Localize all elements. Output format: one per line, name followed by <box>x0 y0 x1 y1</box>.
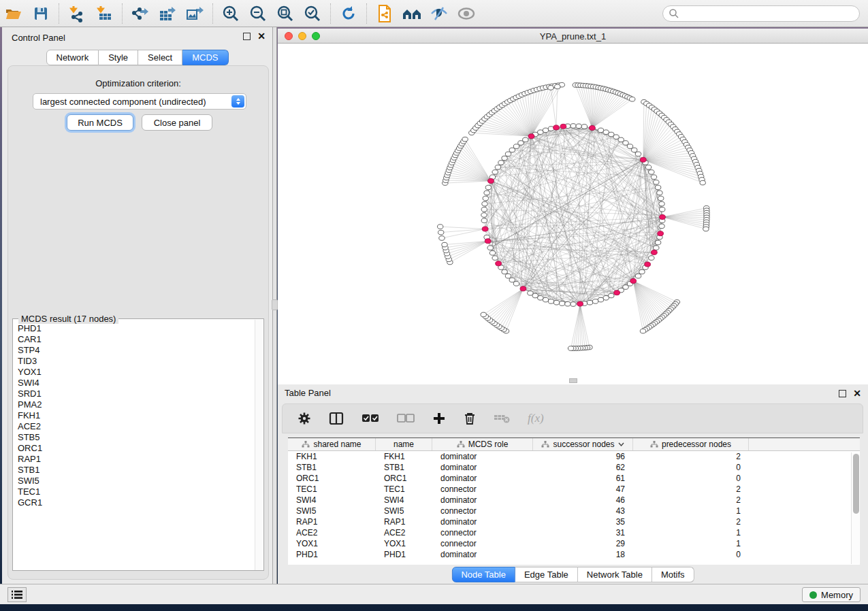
table-row[interactable]: ORC1ORC1dominator610 <box>288 473 860 484</box>
table-cell: SWI5 <box>288 506 376 516</box>
close-panel-button[interactable]: Close panel <box>142 114 212 131</box>
export-network-icon[interactable] <box>127 2 154 25</box>
table-row[interactable]: PHD1PHD1dominator180 <box>288 549 860 560</box>
tab-edge-table[interactable]: Edge Table <box>515 567 578 582</box>
close-table-panel-icon[interactable]: ✕ <box>853 390 861 397</box>
table-cell: 62 <box>533 463 633 472</box>
mcds-result-item[interactable]: RAP1 <box>14 454 255 465</box>
table-cell: STB1 <box>376 463 432 472</box>
select-all-columns-icon[interactable] <box>361 413 379 424</box>
close-panel-icon[interactable]: ✕ <box>257 33 266 40</box>
mcds-result-item[interactable]: SWI5 <box>14 476 255 486</box>
tab-select[interactable]: Select <box>138 50 182 65</box>
column-header-predecessor-nodes[interactable]: predecessor nodes <box>633 438 749 450</box>
mcds-result-item[interactable]: ACE2 <box>14 421 255 432</box>
table-row[interactable]: ACE2ACE2connector311 <box>288 527 860 538</box>
unselect-all-columns-icon[interactable] <box>397 413 415 424</box>
attribute-type-icon <box>541 441 549 448</box>
select-stepper-icon <box>231 95 244 108</box>
mcds-result-item[interactable]: CAR1 <box>14 334 255 345</box>
table-panel: Table Panel ✕ <box>278 384 868 584</box>
tab-mcds[interactable]: MCDS <box>182 50 228 65</box>
network-window-titlebar: YPA_prune.txt_1 <box>278 29 868 44</box>
column-header-MCDS-role[interactable]: MCDS role <box>432 438 533 450</box>
float-panel-icon[interactable] <box>243 33 251 40</box>
table-row[interactable]: FKH1FKH1dominator962 <box>288 451 860 462</box>
table-row[interactable]: RAP1RAP1dominator352 <box>288 516 860 527</box>
zoom-selected-icon[interactable] <box>299 2 326 25</box>
horizontal-splitter-handle[interactable] <box>569 378 577 383</box>
table-row[interactable]: SWI4SWI4dominator462 <box>288 495 860 506</box>
refresh-view-icon[interactable] <box>335 2 362 25</box>
memory-status-icon <box>809 591 817 599</box>
mcds-result-item[interactable]: STB1 <box>14 465 255 476</box>
zoom-fit-icon[interactable] <box>272 2 299 25</box>
show-columns-icon[interactable] <box>329 412 344 425</box>
memory-button[interactable]: Memory <box>802 587 861 602</box>
task-history-button[interactable] <box>7 587 27 602</box>
mcds-result-item[interactable]: TID3 <box>14 356 255 367</box>
optimization-criterion-value: largest connected component (undirected) <box>40 97 206 107</box>
tab-network-table[interactable]: Network Table <box>578 567 652 582</box>
export-image-icon[interactable] <box>181 2 208 25</box>
table-cell: 2 <box>633 517 749 527</box>
table-row[interactable]: SWI5SWI5connector431 <box>288 506 860 516</box>
table-cell: SWI5 <box>376 506 432 516</box>
hide-graphics-details-icon[interactable] <box>425 2 453 25</box>
table-cell: 2 <box>633 452 749 461</box>
save-session-icon[interactable] <box>27 2 54 25</box>
mcds-result-item[interactable]: TEC1 <box>14 486 255 497</box>
column-header-shared-name[interactable]: shared name <box>288 438 376 450</box>
node-table-scrollbar[interactable] <box>851 452 859 564</box>
zoom-out-icon[interactable] <box>244 2 272 25</box>
mcds-result-item[interactable]: SRD1 <box>14 389 255 399</box>
tab-network[interactable]: Network <box>46 50 99 65</box>
network-canvas[interactable] <box>278 44 868 384</box>
table-options-gear-icon[interactable] <box>298 412 311 425</box>
mcds-result-item[interactable]: GCR1 <box>14 497 255 508</box>
search-input[interactable] <box>662 5 860 22</box>
mcds-result-item[interactable]: ORC1 <box>14 443 255 454</box>
mcds-result-item[interactable]: PMA2 <box>14 399 255 410</box>
table-cell: dominator <box>432 474 533 483</box>
delete-column-icon[interactable] <box>464 412 476 425</box>
run-mcds-button[interactable]: Run MCDS <box>67 114 133 131</box>
table-cell: dominator <box>432 452 533 461</box>
table-row[interactable]: YOX1YOX1connector291 <box>288 538 860 549</box>
mcds-list-scrollbar[interactable] <box>255 320 263 570</box>
share-document-icon[interactable] <box>371 2 398 25</box>
mcds-result-item[interactable]: STB5 <box>14 432 255 443</box>
column-header-name[interactable]: name <box>376 438 432 450</box>
clear-table-icon[interactable] <box>494 412 510 425</box>
tab-motifs[interactable]: Motifs <box>652 567 694 582</box>
add-column-icon[interactable] <box>432 412 446 425</box>
column-header-successor-nodes[interactable]: successor nodes <box>533 438 633 450</box>
table-row[interactable]: STB1STB1dominator620 <box>288 462 860 473</box>
table-row[interactable]: TEC1TEC1connector472 <box>288 484 860 495</box>
zoom-in-icon[interactable] <box>217 2 244 25</box>
export-table-icon[interactable] <box>154 2 181 25</box>
table-cell: 46 <box>533 495 633 505</box>
mcds-result-item[interactable]: SWI4 <box>14 378 255 389</box>
table-cell: 29 <box>533 539 633 548</box>
open-folder-icon[interactable] <box>0 2 27 25</box>
tab-style[interactable]: Style <box>99 50 138 65</box>
mcds-result-item[interactable]: YOX1 <box>14 367 255 378</box>
optimization-criterion-select[interactable]: largest connected component (undirected) <box>33 93 246 110</box>
table-cell: YOX1 <box>376 539 432 548</box>
network-window: YPA_prune.txt_1 <box>278 29 868 384</box>
table-cell: connector <box>432 484 533 494</box>
vertical-splitter-handle[interactable] <box>272 299 278 310</box>
import-table-icon[interactable] <box>91 2 118 25</box>
toolbar-separator <box>212 3 213 24</box>
show-graphics-details-icon[interactable] <box>453 2 480 25</box>
first-neighbors-icon[interactable] <box>398 2 425 25</box>
float-table-panel-icon[interactable] <box>839 390 846 397</box>
tab-node-table[interactable]: Node Table <box>451 567 515 582</box>
function-builder-icon[interactable]: f(x) <box>528 412 544 425</box>
import-network-icon[interactable] <box>63 2 91 25</box>
mcds-result-item[interactable]: STP4 <box>14 345 255 356</box>
mcds-result-item[interactable]: FKH1 <box>14 410 255 421</box>
mcds-result-item[interactable]: PHD1 <box>14 323 255 334</box>
table-cell: 0 <box>633 474 749 483</box>
